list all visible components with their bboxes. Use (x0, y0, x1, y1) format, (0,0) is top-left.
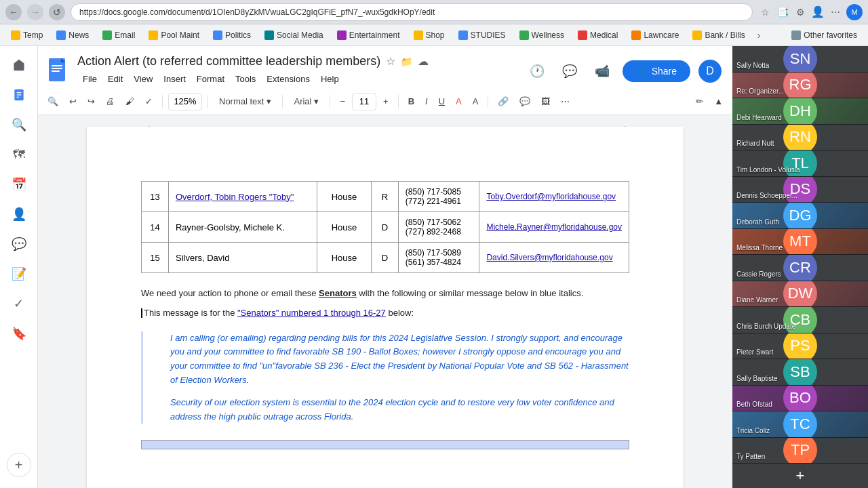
profile-icon[interactable]: 👤 (811, 5, 825, 19)
video-participant-cell[interactable]: RGRe: Organizer... (732, 73, 868, 99)
redo-button[interactable]: ↪ (83, 92, 99, 112)
table-row-name[interactable]: Overdorf, Tobin Rogers "Toby" (168, 182, 317, 212)
search-toolbar-btn[interactable]: 🔍 (43, 92, 62, 112)
star-doc-icon[interactable]: ☆ (386, 55, 395, 68)
sidebar-add-button[interactable]: + (7, 453, 31, 477)
font-size-plus[interactable]: + (379, 92, 393, 112)
bold-button[interactable]: B (404, 92, 418, 112)
meet-icon[interactable]: 📹 (590, 59, 614, 83)
other-favorites[interactable]: Other favorites (786, 28, 863, 42)
italic-button[interactable]: I (421, 92, 432, 112)
bookmark-medical[interactable]: Medical (572, 28, 623, 42)
menu-edit[interactable]: Edit (102, 71, 128, 87)
bookmark-temp[interactable]: Temp (5, 28, 48, 42)
print-button[interactable]: 🖨 (102, 92, 119, 112)
settings-icon[interactable]: ⚙ (793, 5, 807, 19)
video-participant-cell[interactable]: DSDennis Schoepper... (732, 177, 868, 203)
video-participant-cell[interactable]: CBChris Burch Update (732, 307, 868, 333)
spell-check-button[interactable]: ✓ (141, 92, 157, 112)
video-participant-cell[interactable]: MTMelissa Thorne (732, 229, 868, 256)
font-dropdown[interactable]: Arial ▾ (288, 92, 324, 112)
font-size-minus[interactable]: − (336, 92, 349, 112)
sidebar-home-icon[interactable] (5, 52, 33, 79)
bookmark-lawncare[interactable]: Lawncare (626, 28, 684, 42)
bookmark-studies[interactable]: STUDIES (453, 28, 511, 42)
video-participant-cell[interactable]: SNSally Notta (732, 46, 868, 73)
url-bar[interactable]: https://docs.google.com/document/d/1OIen… (71, 3, 753, 21)
bookmarks-more[interactable]: › (753, 28, 765, 43)
image-button[interactable]: 🖼 (537, 92, 554, 112)
menu-file[interactable]: File (77, 71, 102, 87)
video-participant-cell[interactable]: TPTy Patten (732, 438, 868, 464)
link-button[interactable]: 🔗 (494, 92, 513, 112)
video-participant-cell[interactable]: SBSally Baptiste (732, 359, 868, 386)
sidebar-search-icon[interactable]: 🔍 (5, 111, 33, 138)
bookmark-social[interactable]: Social Media (259, 28, 329, 42)
star-icon[interactable]: ☆ (758, 5, 772, 19)
video-participant-cell[interactable]: DGDeborah Guth (732, 203, 868, 229)
video-participant-cell[interactable]: TLTim London - Volusia (732, 150, 868, 177)
menu-help[interactable]: Help (315, 71, 344, 87)
meet-icon[interactable]: M (846, 4, 863, 20)
video-participant-cell[interactable]: DWDiane Warner (732, 281, 868, 308)
cloud-doc-icon[interactable]: ☁ (418, 55, 429, 68)
bookmark-pool[interactable]: Pool Maint (143, 28, 205, 42)
sidebar-tasks-icon[interactable]: ✓ (5, 290, 33, 317)
senators-bold-link[interactable]: Senators (319, 288, 357, 298)
more-toolbar-btn[interactable]: ⋯ (557, 92, 574, 112)
table-row-email[interactable]: Toby.Overdorf@myfloridahouse.gov (479, 182, 629, 212)
zoom-input[interactable] (168, 93, 202, 110)
paint-format-button[interactable]: 🖌 (121, 92, 138, 112)
move-doc-icon[interactable]: 📁 (401, 56, 412, 67)
menu-extensions[interactable]: Extensions (261, 71, 315, 87)
text-color-button[interactable]: A (452, 92, 466, 112)
edit-mode-toggle[interactable]: ✏ (692, 92, 707, 112)
undo-button[interactable]: ↩ (65, 92, 81, 112)
forward-button[interactable]: → (27, 4, 43, 20)
video-participant-cell[interactable]: CRCassie Rogers (732, 255, 868, 281)
sidebar-docs-icon[interactable] (5, 81, 33, 108)
table-row-email[interactable]: Michele.Rayner@myfloridahouse.gov (479, 212, 629, 243)
sidebar-people-icon[interactable]: 👤 (5, 201, 33, 228)
collapse-toolbar-btn[interactable]: ▲ (710, 92, 727, 112)
menu-view[interactable]: View (128, 71, 158, 87)
underline-button[interactable]: U (435, 92, 449, 112)
bookmark-icon[interactable]: 📑 (776, 5, 789, 19)
bookmark-email[interactable]: Email (97, 28, 140, 42)
video-participant-cell[interactable]: RNRichard Nutt (732, 125, 868, 151)
comment-icon[interactable]: 💬 (557, 59, 582, 83)
user-avatar[interactable]: D (698, 60, 722, 83)
font-size-input[interactable] (352, 93, 376, 110)
video-participant-cell[interactable]: PSPieter Swart (732, 333, 868, 360)
sidebar-bookmark2-icon[interactable]: 🔖 (5, 320, 33, 347)
menu-insert[interactable]: Insert (158, 71, 191, 87)
participant-name: Tim London - Volusia (736, 166, 800, 174)
video-participant-cell[interactable]: DHDebi Hearward (732, 98, 868, 125)
share-button[interactable]: 👤 Share (623, 60, 690, 82)
highlight-button[interactable]: A (469, 92, 483, 112)
sidebar-notes-icon[interactable]: 📝 (5, 260, 33, 287)
back-button[interactable]: ← (5, 4, 22, 20)
bookmark-news[interactable]: News (51, 28, 94, 42)
sidebar-map-icon[interactable]: 🗺 (5, 141, 33, 168)
add-participant-button[interactable]: + (732, 464, 868, 488)
bookmark-shop[interactable]: Shop (408, 28, 450, 42)
video-participant-cell[interactable]: TCTricia Coliz (732, 411, 868, 438)
history-icon[interactable]: 🕐 (525, 59, 549, 83)
bookmark-bank[interactable]: Bank / Bills (687, 28, 750, 42)
bookmark-wellness[interactable]: Wellness (514, 28, 570, 42)
doc-content-wrapper[interactable]: 1 2 3 4 5 6 7 (38, 115, 732, 488)
menu-tools[interactable]: Tools (230, 71, 261, 87)
table-row-email[interactable]: David.Silvers@myfloridahouse.gov (479, 243, 629, 273)
sidebar-calendar-icon[interactable]: 📅 (5, 171, 33, 198)
senators-link[interactable]: "Senators" numbered 1 through 16-27 (237, 308, 386, 318)
more-icon[interactable]: ⋯ (829, 5, 842, 19)
sidebar-chat-icon[interactable]: 💬 (5, 230, 33, 258)
style-dropdown[interactable]: Normal text ▾ (214, 92, 277, 112)
video-participant-cell[interactable]: BOBeth Ofstad (732, 386, 868, 412)
bookmark-politics[interactable]: Politics (208, 28, 256, 42)
reload-button[interactable]: ↺ (49, 4, 65, 20)
menu-format[interactable]: Format (191, 71, 230, 87)
comment-toolbar-btn[interactable]: 💬 (515, 92, 534, 112)
bookmark-entertainment[interactable]: Entertainment (332, 28, 406, 42)
